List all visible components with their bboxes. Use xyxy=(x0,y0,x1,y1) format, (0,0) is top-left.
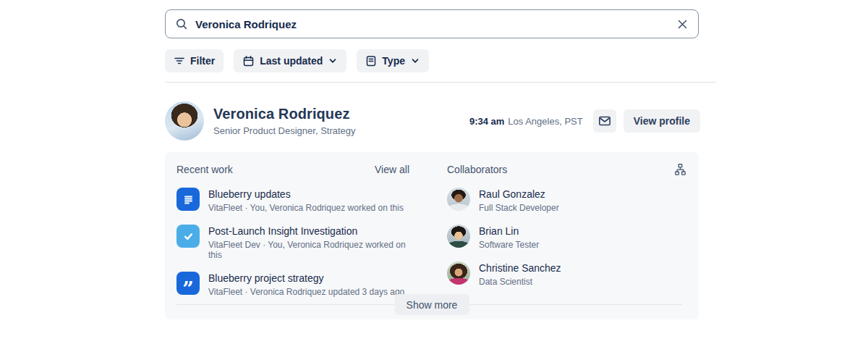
last-updated-label: Last updated xyxy=(260,55,323,67)
profile-actions: 9:34 amLos Angeles, PST View profile xyxy=(469,109,700,133)
calendar-icon xyxy=(242,55,255,67)
collaborator-role: Software Tester xyxy=(479,240,539,250)
collaborator-name: Brian Lin xyxy=(479,225,539,237)
local-time: 9:34 amLos Angeles, PST xyxy=(469,116,583,127)
quote-icon: ” xyxy=(176,272,200,295)
work-item-title: Post-Launch Insight Investigation xyxy=(208,225,409,237)
clear-search-button[interactable] xyxy=(676,18,689,30)
org-chart-button[interactable] xyxy=(673,163,687,177)
filter-bar: Filter Last updated Type xyxy=(165,49,429,72)
collaborator-role: Data Scientist xyxy=(479,277,561,287)
work-item-meta: VitaFleet · You, Veronica Rodriquez work… xyxy=(208,203,404,213)
collaborator-avatar xyxy=(447,225,470,248)
profile-header: Veronica Rodriquez Senior Product Design… xyxy=(165,101,700,141)
collaborator-item[interactable]: Raul Gonzalez Full Stack Developer xyxy=(447,188,687,213)
collaborator-name: Christine Sanchez xyxy=(479,261,561,274)
profile-identity: Veronica Rodriquez Senior Product Design… xyxy=(213,106,356,136)
chevron-down-icon xyxy=(410,56,420,66)
envelope-icon xyxy=(597,114,612,128)
recent-work-item[interactable]: Blueberry updates VitaFleet · You, Veron… xyxy=(176,188,409,213)
local-timezone: Los Angeles, PST xyxy=(508,116,582,127)
task-check-icon xyxy=(176,225,200,248)
collaborator-avatar xyxy=(447,188,470,211)
filter-button[interactable]: Filter xyxy=(165,49,224,72)
profile-name: Veronica Rodriquez xyxy=(213,106,356,122)
local-time-value: 9:34 am xyxy=(469,116,504,127)
chevron-down-icon xyxy=(328,56,338,66)
search-result-card: Recent work View all Blueberry updates V… xyxy=(165,152,699,319)
document-icon xyxy=(176,188,200,211)
collaborator-role: Full Stack Developer xyxy=(479,203,559,213)
send-email-button[interactable] xyxy=(593,109,616,133)
filter-icon xyxy=(174,55,185,67)
type-label: Type xyxy=(382,55,405,67)
collaborator-item[interactable]: Christine Sanchez Data Scientist xyxy=(447,261,687,287)
close-icon xyxy=(676,18,689,30)
work-item-title: Blueberry project strategy xyxy=(208,272,404,284)
last-updated-dropdown[interactable]: Last updated xyxy=(234,49,346,72)
show-more-button[interactable]: Show more xyxy=(395,294,469,315)
search-icon xyxy=(175,17,188,30)
view-all-button[interactable]: View all xyxy=(375,164,409,175)
work-item-title: Blueberry updates xyxy=(208,188,404,200)
results-divider xyxy=(165,82,716,83)
search-bar xyxy=(165,9,699,38)
collaborator-item[interactable]: Brian Lin Software Tester xyxy=(447,225,687,250)
recent-work-header: Recent work xyxy=(176,164,233,175)
page-icon xyxy=(365,55,377,67)
profile-avatar[interactable] xyxy=(165,101,204,141)
recent-work-section: Recent work View all Blueberry updates V… xyxy=(176,162,409,309)
collaborators-section: Collaborators Raul Gon xyxy=(447,162,687,309)
recent-work-item[interactable]: Post-Launch Insight Investigation VitaFl… xyxy=(176,225,409,260)
collaborator-name: Raul Gonzalez xyxy=(479,188,559,200)
recent-work-item[interactable]: ” Blueberry project strategy VitaFleet ·… xyxy=(176,272,409,297)
org-chart-icon xyxy=(673,163,687,177)
profile-job-title: Senior Product Designer, Strategy xyxy=(213,125,356,136)
work-item-meta: VitaFleet · Veronica Rodriquez updated 3… xyxy=(208,287,404,297)
filter-button-label: Filter xyxy=(190,55,215,67)
view-profile-button[interactable]: View profile xyxy=(624,109,700,133)
type-dropdown[interactable]: Type xyxy=(357,49,429,72)
collaborator-avatar xyxy=(447,261,470,285)
search-input[interactable] xyxy=(195,18,669,30)
collaborators-header: Collaborators xyxy=(447,164,507,175)
people-search-page: Filter Last updated Type xyxy=(0,0,868,339)
work-item-meta: VitaFleet Dev · You, Veronica Rodriquez … xyxy=(208,240,409,260)
